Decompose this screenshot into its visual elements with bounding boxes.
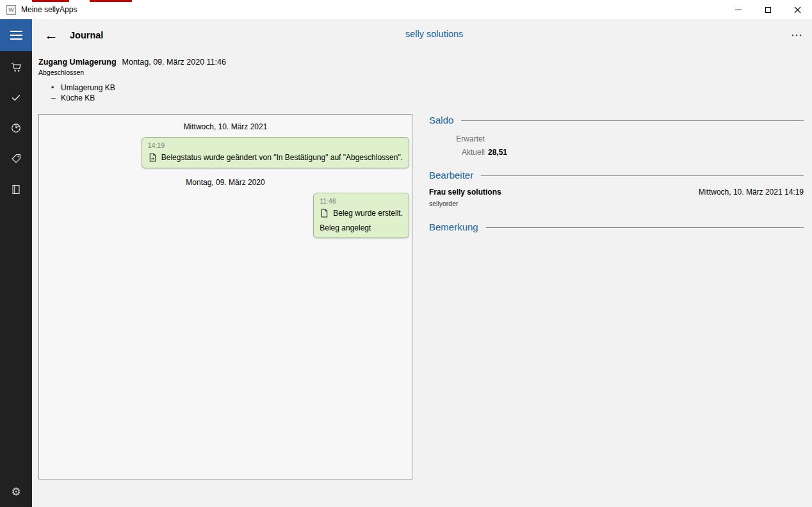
saldo-row-expected: Erwartet: [429, 132, 804, 145]
saldo-label: Aktuell: [429, 148, 488, 157]
hamburger-icon: [10, 31, 22, 32]
divider: [486, 227, 804, 228]
journal-date-header: Montag, 09. März 2020: [41, 178, 410, 187]
sidebar: ⚙: [0, 51, 32, 507]
app-icon: W: [6, 5, 16, 15]
entry-note: Beleg angelegt: [320, 223, 403, 232]
section-heading: Saldo: [429, 115, 453, 125]
document-created-icon: [320, 208, 329, 218]
list-item: • Umlagerung KB: [38, 83, 226, 93]
titlebar: W Meine sellyApps: [0, 0, 812, 19]
window-controls: [724, 0, 812, 19]
journal-entry[interactable]: 11:46 Beleg wurde erstellt. Beleg angele…: [313, 193, 409, 238]
document-datetime: Montag, 09. März 2020 11:46: [122, 58, 226, 67]
more-button[interactable]: ⋯: [791, 28, 803, 42]
list-item: – Küche KB: [38, 93, 226, 103]
status-change-icon: [148, 152, 158, 163]
company-title: selly solutions: [405, 29, 463, 39]
journal-entry[interactable]: 14:19 Belegstatus wurde geändert von "In…: [142, 137, 409, 168]
sidebar-item-journal[interactable]: [0, 174, 32, 205]
hamburger-menu-button[interactable]: [0, 19, 32, 51]
editor-source: sellyorder: [429, 200, 804, 207]
maximize-icon: [765, 7, 771, 13]
close-button[interactable]: [783, 0, 812, 19]
journal-entry-wrap: 11:46 Beleg wurde erstellt. Beleg angele…: [41, 193, 410, 238]
editor-name: Frau selly solutions: [429, 188, 501, 197]
back-button[interactable]: ←: [40, 24, 62, 46]
document-title: Zugang Umlagerung: [38, 58, 117, 67]
document-status: Abgeschlossen: [38, 68, 226, 76]
cart-icon: [10, 61, 22, 73]
section-bemerkung: Bemerkung: [429, 220, 804, 234]
entry-time: 14:19: [148, 141, 403, 149]
saldo-value: 28,51: [488, 148, 507, 157]
sidebar-item-orders[interactable]: [0, 51, 32, 82]
app-window: W Meine sellyApps ← Journal selly soluti…: [0, 0, 812, 507]
settings-button[interactable]: ⚙: [0, 481, 32, 502]
maximize-button[interactable]: [753, 0, 783, 19]
journal-timeline-panel: Mittwoch, 10. März 2021 14:19 Belegstatu…: [38, 114, 412, 479]
divider: [481, 175, 804, 176]
saldo-rows: Erwartet Aktuell 28,51: [429, 132, 804, 159]
document-header: Zugang UmlagerungMontag, 09. März 2020 1…: [38, 58, 226, 67]
page-title: Journal: [70, 30, 103, 40]
section-bearbeiter: Bearbeiter Frau selly solutions Mittwoch…: [429, 168, 804, 207]
details-panel: Saldo Erwartet Aktuell 28,51 Bearbeiter: [429, 113, 804, 234]
tag-icon: [10, 153, 22, 165]
saldo-label: Erwartet: [429, 134, 488, 143]
divider: [461, 120, 804, 121]
minimize-button[interactable]: [724, 0, 753, 19]
ellipsis-icon: ⋯: [791, 29, 803, 42]
entry-text: Beleg wurde erstellt.: [333, 209, 403, 218]
editor-row: Frau selly solutions Mittwoch, 10. März …: [429, 188, 804, 197]
entry-text: Belegstatus wurde geändert von "In Bestä…: [161, 153, 403, 162]
editor-datetime: Mittwoch, 10. März 2021 14:19: [699, 188, 804, 197]
sidebar-item-tasks[interactable]: [0, 82, 32, 113]
item-label: Küche KB: [61, 93, 95, 103]
saldo-row-actual: Aktuell 28,51: [429, 145, 804, 159]
titlebar-artifact: [90, 0, 132, 2]
section-saldo: Saldo: [429, 113, 804, 127]
document-info: Zugang UmlagerungMontag, 09. März 2020 1…: [38, 58, 226, 103]
sidebar-item-reports[interactable]: [0, 113, 32, 143]
check-icon: [10, 92, 22, 103]
book-icon: [10, 184, 22, 195]
entry-time: 11:46: [320, 197, 403, 205]
section-heading: Bearbeiter: [429, 170, 473, 181]
item-label: Umlagerung KB: [61, 83, 115, 93]
minimize-icon: [735, 10, 742, 10]
section-heading: Bemerkung: [429, 221, 478, 232]
app-header: ← Journal selly solutions ⋯: [0, 19, 812, 51]
back-arrow-icon: ←: [44, 27, 58, 44]
sidebar-item-offers[interactable]: [0, 143, 32, 174]
window-title: Meine sellyApps: [21, 5, 77, 14]
titlebar-artifact: [32, 0, 69, 2]
close-icon: [794, 6, 801, 13]
main-content: Zugang UmlagerungMontag, 09. März 2020 1…: [32, 51, 812, 507]
journal-date-header: Mittwoch, 10. März 2021: [41, 122, 410, 131]
gear-icon: ⚙: [11, 485, 20, 499]
pie-chart-icon: [10, 122, 22, 134]
dash-icon: –: [51, 93, 61, 103]
bullet-icon: •: [51, 83, 61, 93]
journal-entry-wrap: 14:19 Belegstatus wurde geändert von "In…: [41, 137, 410, 168]
document-items: • Umlagerung KB – Küche KB: [38, 83, 226, 103]
